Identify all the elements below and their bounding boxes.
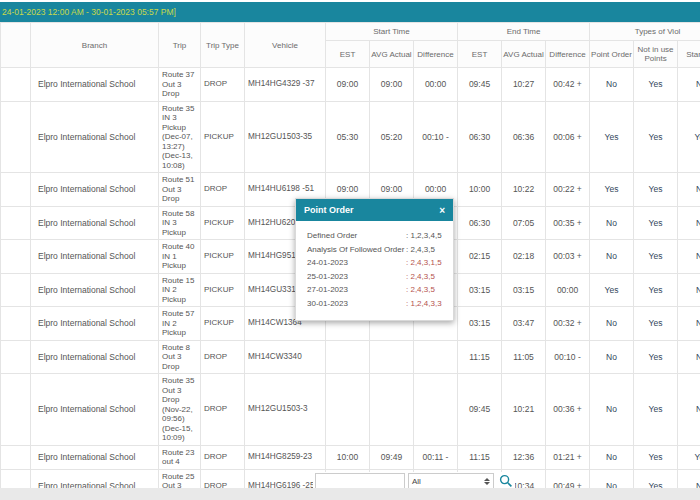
cell-not-in-use-points[interactable]: Yes xyxy=(634,340,678,374)
cell-end-avg-actual: 10:22 xyxy=(502,173,546,207)
cell-start-avg-actual: 09:49 xyxy=(370,445,414,469)
cell-start-est xyxy=(326,340,370,374)
cell-start-difference xyxy=(414,374,458,446)
cell-trip: Route 35 IN 3 Pickup (Dec-07, 13:27) (De… xyxy=(159,101,201,173)
cell-start-point[interactable]: No xyxy=(678,68,700,102)
cell-end-difference: 00:36 + xyxy=(546,374,590,446)
table-row: Elpro International School Route 37 Out … xyxy=(1,68,700,102)
header-not-in-use-points: Not in use Points xyxy=(634,41,678,68)
cell-branch: Elpro International School xyxy=(31,206,159,240)
date-range-text: 24-01-2023 12:00 AM - 30-01-2023 05:57 P… xyxy=(2,7,176,17)
cell-start-est: 10:00 xyxy=(326,445,370,469)
search-icon xyxy=(499,474,513,488)
header-end-difference: Difference xyxy=(546,41,590,68)
cell-start-avg-actual xyxy=(370,374,414,446)
group-header-end-time: End Time xyxy=(458,23,590,41)
cell-trip: Route 37 Out 3 Drop xyxy=(159,68,201,102)
cell-trip-type: DROP xyxy=(201,374,245,446)
cell-vehicle: MH14HG4329 -37 xyxy=(245,68,326,102)
cell-point-order[interactable]: No xyxy=(590,340,634,374)
row-spacer-cell xyxy=(1,273,31,307)
point-order-row-label: 24-01-2023 xyxy=(307,256,406,270)
point-order-modal-row: 25-01-2023: 2,4,3,5 xyxy=(307,270,444,284)
cell-start-difference: 00:00 xyxy=(414,68,458,102)
row-spacer-cell xyxy=(1,101,31,173)
cell-point-order[interactable]: No xyxy=(590,240,634,274)
cell-point-order[interactable]: Yes xyxy=(590,101,634,173)
point-order-row-label: 27-01-2023 xyxy=(307,283,406,297)
cell-point-order[interactable]: Yes xyxy=(590,173,634,207)
cell-trip: Route 51 Out 3 Drop xyxy=(159,173,201,207)
cell-point-order[interactable]: No xyxy=(590,307,634,341)
point-order-modal-header: Point Order × xyxy=(296,199,453,221)
cell-end-difference: 01:21 + xyxy=(546,445,590,469)
row-spacer-cell xyxy=(1,240,31,274)
cell-end-est: 09:45 xyxy=(458,374,502,446)
point-order-row-value: : 1,2,3,4,5 xyxy=(406,229,442,243)
cell-start-point[interactable]: No xyxy=(678,374,700,446)
cell-trip-type: PICKUP xyxy=(201,101,245,173)
cell-vehicle: MH14CW3340 xyxy=(245,340,326,374)
cell-start-avg-actual: 09:00 xyxy=(370,68,414,102)
cell-point-order[interactable]: No xyxy=(590,68,634,102)
table-row: Elpro International School Route 35 IN 3… xyxy=(1,101,700,173)
cell-start-point[interactable]: No xyxy=(678,240,700,274)
cell-trip: Route 58 IN 3 Pickup xyxy=(159,206,201,240)
filter-select[interactable]: All xyxy=(408,473,494,489)
search-input[interactable] xyxy=(315,473,405,489)
cell-trip-type: PICKUP xyxy=(201,273,245,307)
cell-not-in-use-points[interactable]: Yes xyxy=(634,374,678,446)
cell-point-order[interactable]: No xyxy=(590,374,634,446)
search-button[interactable] xyxy=(499,474,513,488)
header-vehicle: Vehicle xyxy=(245,23,326,68)
cell-end-est: 11:15 xyxy=(458,340,502,374)
cell-end-avg-actual: 07:05 xyxy=(502,206,546,240)
cell-trip-type: PICKUP xyxy=(201,307,245,341)
cell-start-est: 05:30 xyxy=(326,101,370,173)
point-order-modal-row: Analysis Of Followed Order: 2,4,3,5 xyxy=(307,243,444,257)
cell-start-point[interactable]: No xyxy=(678,340,700,374)
cell-start-point[interactable]: No xyxy=(678,206,700,240)
cell-point-order[interactable]: No xyxy=(590,206,634,240)
cell-not-in-use-points[interactable]: Yes xyxy=(634,273,678,307)
cell-not-in-use-points[interactable]: Yes xyxy=(634,101,678,173)
cell-start-difference: 00:11 - xyxy=(414,445,458,469)
cell-end-est: 10:00 xyxy=(458,173,502,207)
cell-end-est: 02:15 xyxy=(458,240,502,274)
header-start-point: Start Poi xyxy=(678,41,700,68)
cell-point-order[interactable]: No xyxy=(590,445,634,469)
cell-branch: Elpro International School xyxy=(31,101,159,173)
cell-trip-type: DROP xyxy=(201,173,245,207)
cell-not-in-use-points[interactable]: Yes xyxy=(634,240,678,274)
cell-start-point[interactable]: Yes xyxy=(678,101,700,173)
cell-start-point[interactable]: No xyxy=(678,307,700,341)
close-icon[interactable]: × xyxy=(439,206,445,215)
header-start-est: EST xyxy=(326,41,370,68)
row-spacer-cell xyxy=(1,68,31,102)
header-branch: Branch xyxy=(31,23,159,68)
bottom-status-strip xyxy=(0,488,700,500)
select-updown-icon xyxy=(484,478,490,485)
cell-end-difference: 00:06 + xyxy=(546,101,590,173)
cell-start-point[interactable]: No xyxy=(678,273,700,307)
cell-not-in-use-points[interactable]: Yes xyxy=(634,206,678,240)
cell-start-point[interactable]: No xyxy=(678,173,700,207)
row-spacer-cell xyxy=(1,340,31,374)
cell-trip: Route 57 IN 2 Pickup xyxy=(159,307,201,341)
cell-end-est: 03:15 xyxy=(458,307,502,341)
table-row: Elpro International School Route 35 Out … xyxy=(1,374,700,446)
cell-not-in-use-points[interactable]: Yes xyxy=(634,173,678,207)
cell-end-est: 11:15 xyxy=(458,445,502,469)
cell-not-in-use-points[interactable]: Yes xyxy=(634,307,678,341)
cell-branch: Elpro International School xyxy=(31,173,159,207)
cell-vehicle: MH14HG8259-23 xyxy=(245,445,326,469)
cell-start-point[interactable]: Yes xyxy=(678,445,700,469)
cell-point-order[interactable]: Yes xyxy=(590,273,634,307)
point-order-modal-row: Defined Order: 1,2,3,4,5 xyxy=(307,229,444,243)
report-screen: 24-01-2023 12:00 AM - 30-01-2023 05:57 P… xyxy=(0,0,700,500)
point-order-row-value: : 1,2,4,3,3 xyxy=(406,297,442,311)
point-order-row-label: Defined Order xyxy=(307,229,406,243)
point-order-row-label: 30-01-2023 xyxy=(307,297,406,311)
cell-not-in-use-points[interactable]: Yes xyxy=(634,68,678,102)
cell-not-in-use-points[interactable]: Yes xyxy=(634,445,678,469)
